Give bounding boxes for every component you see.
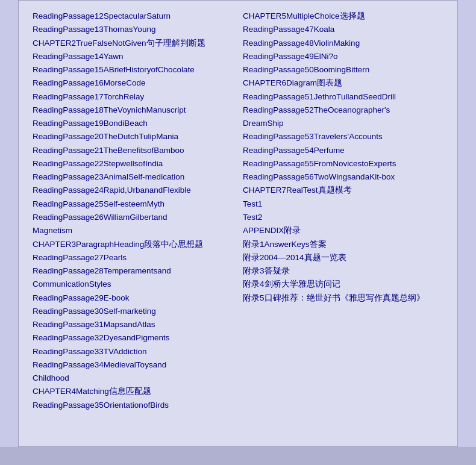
list-item[interactable]: ReadingPassage31MapsandAtlas <box>33 318 233 331</box>
list-item[interactable]: Test1 <box>243 198 443 211</box>
list-item[interactable]: Childhood <box>33 372 233 385</box>
list-item[interactable]: ReadingPassage49ElNi?o <box>243 50 443 63</box>
list-item[interactable]: ReadingPassage15ABriefHistoryofChocolate <box>33 63 233 76</box>
list-item[interactable]: ReadingPassage47Koala <box>243 23 443 36</box>
list-item[interactable]: CHAPTER7RealTest真题模考 <box>243 184 443 197</box>
list-item[interactable]: ReadingPassage12SpectacularSaturn <box>33 10 233 23</box>
list-item[interactable]: ReadingPassage21TheBenefitsofBamboo <box>33 144 233 157</box>
list-item[interactable]: CHAPTER2TrueFalseNotGiven句子理解判断题 <box>33 37 233 50</box>
list-item[interactable]: ReadingPassage33TVAddiction <box>33 345 233 358</box>
list-item[interactable]: 附录5口碑推荐：绝世好书《雅思写作真题总纲》 <box>243 292 443 305</box>
bottom-bar <box>0 447 476 465</box>
list-item[interactable]: 附录3答疑录 <box>243 264 443 278</box>
list-item[interactable]: ReadingPassage13ThomasYoung <box>33 23 233 36</box>
main-container: ReadingPassage12SpectacularSaturnReading… <box>0 0 476 465</box>
list-item[interactable]: CHAPTER3ParagraphHeading段落中心思想题 <box>33 238 233 251</box>
list-item[interactable]: ReadingPassage30Self-marketing <box>33 305 233 318</box>
list-item[interactable]: CHAPTER4Matching信息匹配题 <box>33 385 233 398</box>
list-item[interactable]: DreamShip <box>243 117 443 130</box>
list-item[interactable]: ReadingPassage52TheOceanographer's <box>243 104 443 117</box>
list-item[interactable]: ReadingPassage26WilliamGilbertand <box>33 211 233 224</box>
list-item[interactable]: ReadingPassage53Travelers'Accounts <box>243 130 443 143</box>
list-item[interactable]: ReadingPassage23AnimalSelf-medication <box>33 170 233 184</box>
list-item[interactable]: ReadingPassage27Pearls <box>33 251 233 264</box>
list-item[interactable]: ReadingPassage19BondiBeach <box>33 117 233 130</box>
list-item[interactable]: 附录4剑桥大学雅思访问记 <box>243 278 443 291</box>
left-column: ReadingPassage12SpectacularSaturnReading… <box>28 7 238 440</box>
list-item[interactable]: ReadingPassage17TorchRelay <box>33 90 233 104</box>
list-item[interactable]: ReadingPassage48ViolinMaking <box>243 37 443 50</box>
list-item[interactable]: ReadingPassage20TheDutchTulipMania <box>33 130 233 143</box>
list-item[interactable]: Magnetism <box>33 224 233 237</box>
list-item[interactable]: 附录2004—2014真题一览表 <box>243 251 443 264</box>
list-item[interactable]: ReadingPassage50BoomingBittern <box>243 63 443 76</box>
list-item[interactable]: ReadingPassage24Rapid,UrbanandFlexible <box>33 184 233 197</box>
list-item[interactable]: 附录1AnswerKeys答案 <box>243 238 443 251</box>
list-item[interactable]: CHAPTER6Diagram图表题 <box>243 76 443 90</box>
list-item[interactable]: ReadingPassage18TheVoynichManuscript <box>33 104 233 117</box>
list-item[interactable]: Test2 <box>243 211 443 224</box>
list-item[interactable]: ReadingPassage22StepwellsofIndia <box>33 157 233 170</box>
list-item[interactable]: ReadingPassage25Self-esteemMyth <box>33 198 233 211</box>
list-item[interactable]: ReadingPassage14Yawn <box>33 50 233 63</box>
list-item[interactable]: ReadingPassage55FromNovicestoExperts <box>243 157 443 170</box>
list-item[interactable]: ReadingPassage35OrientationofBirds <box>33 399 233 412</box>
list-item[interactable]: ReadingPassage51JethroTullandSeedDrill <box>243 90 443 104</box>
columns-wrapper: ReadingPassage12SpectacularSaturnReading… <box>28 7 448 440</box>
list-item[interactable]: ReadingPassage34MedievalToysand <box>33 358 233 372</box>
list-item[interactable]: APPENDIX附录 <box>243 224 443 237</box>
list-item[interactable]: ReadingPassage29E-book <box>33 292 233 305</box>
list-item[interactable]: ReadingPassage54Perfume <box>243 144 443 157</box>
list-item[interactable]: CommunicationStyles <box>33 278 233 291</box>
content-box: ReadingPassage12SpectacularSaturnReading… <box>18 0 458 447</box>
right-column: CHAPTER5MultipleChoice选择题ReadingPassage4… <box>238 7 448 440</box>
list-item[interactable]: ReadingPassage28Temperamentsand <box>33 264 233 278</box>
list-item[interactable]: ReadingPassage16MorseCode <box>33 76 233 90</box>
list-item[interactable]: ReadingPassage56TwoWingsandaKit-box <box>243 170 443 184</box>
list-item[interactable]: CHAPTER5MultipleChoice选择题 <box>243 10 443 23</box>
list-item[interactable]: ReadingPassage32DyesandPigments <box>33 331 233 345</box>
